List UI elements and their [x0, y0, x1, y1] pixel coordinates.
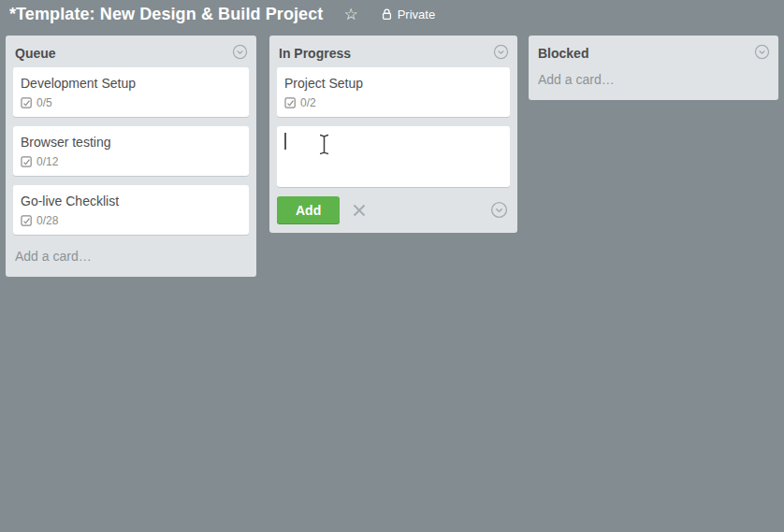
chevron-down-circle-icon — [754, 44, 770, 60]
checklist-count: 0/12 — [36, 155, 58, 168]
board-header: *Template: New Design & Build Project ☆ … — [0, 0, 784, 28]
checklist-count: 0/5 — [36, 96, 52, 109]
lock-icon — [381, 7, 393, 21]
list-queue-header: Queue — [6, 36, 256, 67]
board-title[interactable]: *Template: New Design & Build Project — [9, 5, 323, 24]
list-in-progress-name[interactable]: In Progress — [279, 46, 351, 61]
list-blocked-name[interactable]: Blocked — [538, 46, 588, 61]
card-title: Development Setup — [21, 75, 241, 92]
close-composer-button[interactable] — [350, 201, 369, 220]
list-in-progress-menu-button[interactable] — [492, 43, 509, 60]
list-queue-name[interactable]: Queue — [15, 46, 56, 61]
checklist-count: 0/2 — [300, 96, 316, 109]
list-in-progress-header: In Progress — [269, 36, 517, 67]
board-privacy-button[interactable]: Private — [377, 6, 439, 23]
text-caret — [284, 133, 286, 150]
checklist-icon — [21, 156, 33, 168]
card-development-setup[interactable]: Development Setup 0/5 — [13, 67, 249, 117]
card-composer-textarea[interactable] — [277, 126, 510, 187]
composer-options-button[interactable] — [490, 201, 508, 219]
list-queue-menu-button[interactable] — [231, 43, 248, 60]
checklist-icon — [284, 97, 297, 109]
star-board-button[interactable]: ☆ — [340, 5, 361, 24]
chevron-down-circle-icon — [232, 44, 248, 60]
card-badges: 0/28 — [21, 214, 241, 227]
card-go-live-checklist[interactable]: Go-live Checklist 0/28 — [13, 185, 249, 235]
checklist-count: 0/28 — [36, 214, 58, 227]
card-title: Go-live Checklist — [21, 193, 241, 209]
chevron-down-circle-icon — [490, 201, 508, 219]
list-blocked: Blocked Add a card… — [529, 36, 778, 100]
card-badges: 0/12 — [21, 155, 241, 168]
card-project-setup[interactable]: Project Setup 0/2 — [277, 67, 510, 117]
list-queue: Queue Development Setup 0/5 Browser test… — [6, 36, 256, 277]
star-icon: ☆ — [343, 6, 357, 23]
checklist-icon — [21, 97, 33, 109]
list-blocked-header: Blocked — [529, 36, 778, 67]
card-browser-testing[interactable]: Browser testing 0/12 — [13, 126, 249, 176]
close-icon — [350, 201, 369, 220]
add-card-submit-button[interactable]: Add — [277, 196, 340, 223]
checklist-icon — [21, 215, 33, 227]
card-badges: 0/5 — [21, 96, 241, 109]
card-title: Project Setup — [284, 75, 502, 92]
add-card-link-blocked[interactable]: Add a card… — [529, 67, 778, 96]
card-badges: 0/2 — [284, 96, 502, 109]
list-in-progress: In Progress Project Setup 0/2 Ad — [269, 36, 517, 233]
privacy-label: Private — [398, 7, 435, 22]
list-blocked-menu-button[interactable] — [753, 43, 770, 60]
add-card-link-queue[interactable]: Add a card… — [6, 244, 256, 273]
card-title: Browser testing — [21, 134, 241, 151]
chevron-down-circle-icon — [493, 44, 509, 60]
card-composer-controls: Add — [269, 194, 517, 229]
